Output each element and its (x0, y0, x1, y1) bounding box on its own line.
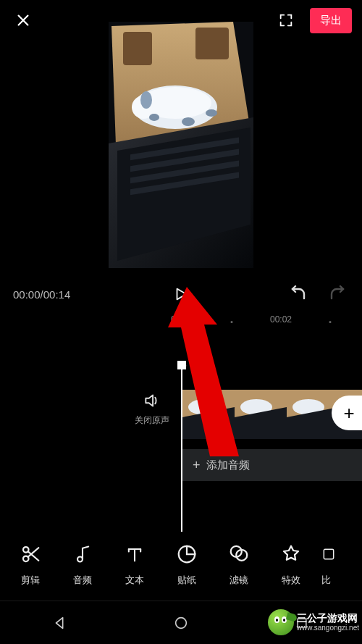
watermark-text: 三公子游戏网 www.sangongzi.net (297, 613, 359, 632)
play-button[interactable] (168, 281, 194, 307)
sparkle-star-icon (280, 543, 302, 565)
timeline-ruler[interactable]: 00:00 00:02 (0, 314, 362, 332)
add-audio-label: 添加音频 (206, 459, 250, 472)
close-button[interactable] (10, 7, 36, 33)
clip-thumbnail[interactable] (235, 390, 287, 439)
mute-original-button[interactable]: 关闭原声 (130, 391, 174, 427)
add-audio-track[interactable]: + 添加音频 (182, 449, 362, 481)
svg-point-11 (182, 117, 195, 126)
mute-label: 关闭原声 (130, 414, 174, 427)
playback-controls: 00:00/00:14 (0, 277, 362, 311)
redo-button[interactable] (326, 283, 349, 306)
tool-label: 比 (321, 574, 331, 587)
tool-filter[interactable]: 滤镜 (213, 542, 265, 587)
tool-edit[interactable]: 剪辑 (4, 542, 56, 587)
thumb-icon (182, 390, 235, 439)
ruler-tick: 00:02 (270, 314, 292, 325)
svg-marker-19 (177, 289, 187, 300)
ruler-dot (329, 321, 332, 323)
playback-time: 00:00/00:14 (13, 288, 70, 301)
tool-sticker[interactable]: 贴纸 (161, 542, 213, 587)
circle-home-icon (173, 615, 189, 631)
sticker-icon (176, 543, 198, 565)
svg-rect-49 (324, 549, 333, 559)
filter-rings-icon (227, 543, 251, 565)
video-preview[interactable] (109, 22, 253, 268)
text-icon (125, 544, 145, 564)
tool-effects[interactable]: 特效 (265, 542, 317, 587)
undo-icon (288, 285, 308, 303)
bottom-toolbar: 剪辑 音频 文本 贴纸 滤镜 特效 比 (0, 528, 362, 601)
close-icon (15, 12, 31, 28)
ruler-dot (231, 321, 233, 323)
preview-thumbnail (109, 22, 253, 268)
watermark: 三公子游戏网 www.sangongzi.net (265, 608, 362, 637)
nav-home-button[interactable] (167, 609, 195, 637)
watermark-logo (268, 609, 294, 635)
svg-rect-5 (195, 28, 229, 59)
tool-audio[interactable]: 音频 (56, 542, 109, 587)
play-icon (173, 285, 189, 303)
svg-point-9 (140, 91, 152, 109)
svg-point-41 (77, 557, 83, 562)
ruler-tick: 00:00 (171, 314, 193, 325)
tool-label: 剪辑 (21, 574, 40, 587)
thumb-icon (235, 390, 287, 439)
tool-label: 滤镜 (230, 574, 248, 587)
svg-point-10 (149, 114, 159, 121)
redo-icon (327, 285, 348, 303)
aspect-icon (321, 544, 336, 564)
clip-thumbnail[interactable] (182, 390, 235, 439)
fullscreen-icon (278, 12, 294, 28)
undo-button[interactable] (287, 283, 310, 306)
tool-label: 音频 (73, 574, 92, 587)
plus-icon: + (193, 458, 201, 473)
export-button[interactable]: 导出 (310, 8, 352, 33)
plus-icon: + (343, 402, 354, 425)
svg-point-12 (206, 109, 217, 117)
playhead-handle[interactable] (177, 361, 186, 369)
svg-rect-4 (123, 32, 152, 65)
speaker-icon (143, 391, 161, 410)
tool-label: 贴纸 (177, 574, 196, 587)
music-note-icon (72, 543, 93, 565)
tool-aspect[interactable]: 比 (317, 542, 342, 587)
tool-label: 文本 (125, 574, 144, 587)
svg-point-51 (176, 617, 187, 628)
add-clip-button[interactable]: + (332, 396, 362, 430)
tool-label: 特效 (282, 574, 300, 587)
svg-marker-50 (56, 617, 63, 628)
scissors-icon (20, 543, 41, 565)
triangle-back-icon (52, 615, 68, 631)
tool-text[interactable]: 文本 (109, 542, 161, 587)
nav-back-button[interactable] (46, 609, 75, 637)
fullscreen-button[interactable] (275, 9, 297, 31)
